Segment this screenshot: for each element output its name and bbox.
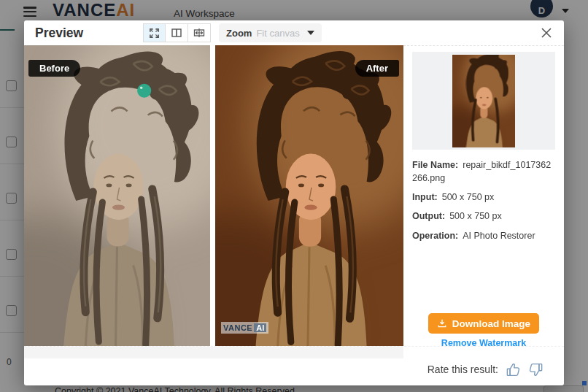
operation-value: AI Photo Restorer	[463, 231, 535, 241]
result-info: File Name:repair_bikdf_1017362266.png In…	[412, 158, 555, 242]
before-image	[24, 45, 210, 346]
download-icon	[437, 318, 447, 328]
rate-row: Rate this result:	[428, 361, 543, 377]
input-row: Input:500 x 750 px	[412, 191, 555, 204]
modal-title: Preview	[35, 26, 83, 41]
file-name-label: File Name:	[412, 160, 458, 170]
operation-row: Operation:AI Photo Restorer	[412, 229, 555, 242]
output-value: 500 x 750 px	[449, 211, 502, 221]
input-label: Input:	[412, 192, 438, 202]
before-image-pane[interactable]: Before	[24, 45, 210, 346]
output-label: Output:	[412, 211, 445, 221]
fit-screen-button[interactable]	[143, 23, 166, 42]
thumbs-up-button[interactable]	[505, 361, 521, 377]
split-view-icon	[171, 28, 182, 38]
result-thumbnail	[452, 55, 515, 147]
chevron-down-icon	[307, 31, 314, 35]
thumbnail-panel	[412, 52, 555, 150]
vanceai-watermark: VANCE AI	[221, 322, 268, 334]
after-image	[215, 45, 403, 346]
close-icon	[541, 27, 552, 39]
watermark-accent: AI	[254, 323, 266, 332]
thumbs-down-icon	[528, 362, 543, 377]
thumbs-down-button[interactable]	[527, 361, 543, 377]
output-row: Output:500 x 750 px	[412, 210, 555, 223]
canvas-bottom-strip	[24, 347, 403, 358]
zoom-dropdown[interactable]: Zoom Fit canvas	[219, 23, 322, 42]
compare-slider-button[interactable]	[188, 23, 211, 42]
thumbs-up-icon	[506, 362, 521, 377]
operation-label: Operation:	[412, 231, 458, 241]
download-image-button[interactable]: Download Image	[428, 313, 539, 334]
view-mode-button-group	[143, 23, 211, 42]
expand-arrows-icon	[149, 28, 160, 39]
compare-slider-icon	[193, 28, 205, 38]
result-sidebar: File Name:repair_bikdf_1017362266.png In…	[403, 45, 564, 346]
preview-modal-header: Preview	[24, 20, 564, 45]
rate-label: Rate this result:	[428, 364, 498, 375]
after-badge: After	[355, 60, 399, 77]
watermark-primary: VANCE	[223, 323, 252, 332]
after-image-pane[interactable]: After VANCE AI	[215, 45, 403, 346]
zoom-value: Fit canvas	[256, 28, 299, 39]
file-name-row: File Name:repair_bikdf_1017362266.png	[412, 158, 555, 185]
close-button[interactable]	[538, 25, 554, 41]
before-badge: Before	[28, 60, 80, 77]
split-view-button[interactable]	[166, 23, 188, 42]
download-button-label: Download Image	[452, 318, 530, 329]
modal-footer: Rate this result:	[24, 346, 564, 385]
zoom-label: Zoom	[226, 28, 252, 39]
preview-modal: Preview	[24, 20, 564, 385]
input-value: 500 x 750 px	[442, 192, 495, 202]
preview-content: Before	[24, 45, 564, 346]
